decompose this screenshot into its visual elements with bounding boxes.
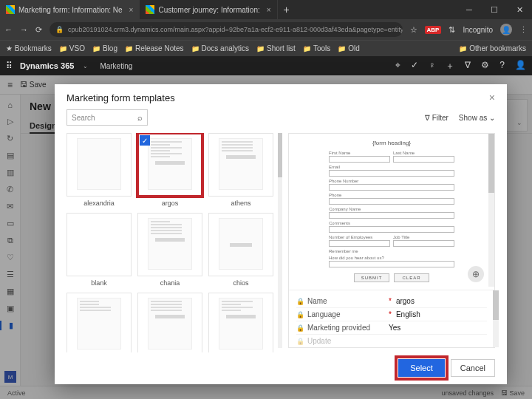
bulb-icon[interactable]: ♀	[429, 60, 435, 72]
bookmark-folder[interactable]: Short list	[256, 44, 296, 52]
bookmarks-label: ★ Bookmarks	[6, 44, 52, 52]
star-icon[interactable]: ☆	[410, 25, 417, 35]
bookmark-folder[interactable]: VSO	[59, 44, 85, 52]
tab-title: Marketing form: Information: Ne	[18, 6, 123, 14]
browser-titlebar: Marketing form: Information: Ne × Custom…	[0, 0, 532, 19]
template-card-selected[interactable]: ✓ argos	[137, 133, 202, 207]
cancel-button[interactable]: Cancel	[451, 359, 495, 377]
search-placeholder: Search	[72, 114, 95, 122]
prop-name-value: argos	[396, 297, 415, 305]
template-preview: {form heading} First Name Last Name Emai…	[288, 133, 495, 348]
select-button[interactable]: Select	[398, 359, 445, 377]
reload-button[interactable]: ⟳	[35, 25, 42, 35]
template-properties: 🔒 Name * argos 🔒 Language * English 🔒 Ma…	[289, 290, 494, 347]
page-body: ≡ 🖫 Save ⌂ ▷ ↻ ▤ ▥ ✆ ✉ ▭ ⧉ ♡ ☰ ▦ ▣ ▮ M N…	[0, 75, 532, 399]
close-icon[interactable]: ×	[129, 6, 134, 14]
menu-icon[interactable]: ⋮	[519, 25, 528, 35]
template-card[interactable]: blank	[66, 213, 132, 287]
favicon-icon	[6, 5, 15, 14]
back-button[interactable]: ←	[4, 25, 13, 35]
close-icon[interactable]: ×	[489, 92, 495, 103]
lock-icon: 🔒	[296, 298, 304, 305]
bookmarks-bar: ★ Bookmarks VSO Blog Release Notes Docs …	[0, 40, 532, 56]
props-scrollbar[interactable]	[493, 290, 499, 347]
help-icon[interactable]: ?	[499, 60, 505, 72]
modal-title: Marketing form templates	[66, 92, 175, 103]
minimize-button[interactable]: ─	[457, 0, 482, 19]
prop-lang-value: English	[396, 310, 420, 318]
zoom-icon[interactable]: ⊕	[468, 266, 484, 282]
preview-clear: CLEAR	[394, 273, 429, 282]
d365-header: ⠿ Dynamics 365 ⌄ Marketing ⌖ ✓ ♀ ＋ ∇ ⚙ ?…	[0, 56, 532, 75]
browser-tab[interactable]: Marketing form: Information: Ne ×	[0, 0, 140, 19]
browser-toolbar: ← → ⟳ 🔒 cpub20191024.crm3.dynamics.com/m…	[0, 19, 532, 40]
gear-icon[interactable]: ⚙	[481, 60, 489, 72]
search-icon: ⌕	[137, 113, 143, 122]
favicon-icon	[146, 5, 154, 14]
prop-mkt-value: Yes	[389, 324, 400, 332]
bookmark-folder[interactable]: Blog	[92, 44, 117, 52]
maximize-button[interactable]: ☐	[482, 0, 507, 19]
show-as-button[interactable]: Show as ⌄	[459, 114, 495, 122]
template-card[interactable]: heraklion	[137, 293, 202, 352]
template-card[interactable]: athens	[208, 133, 273, 207]
checkmark-icon: ✓	[140, 135, 150, 146]
filter-button[interactable]: ∇ Filter	[425, 114, 449, 122]
sync-icon[interactable]: ⇅	[449, 25, 455, 35]
incognito-label: Incognito	[463, 26, 493, 34]
template-card[interactable]: corfu	[66, 293, 132, 352]
bookmark-folder[interactable]: Tools	[303, 44, 330, 52]
template-gallery: alexandria ✓ argos athens	[66, 133, 281, 348]
check-icon[interactable]: ✓	[411, 60, 418, 72]
profile-avatar[interactable]: 👤	[500, 24, 512, 35]
bookmark-folder[interactable]: Release Notes	[125, 44, 184, 52]
other-bookmarks[interactable]: Other bookmarks	[459, 44, 526, 52]
d365-brand[interactable]: Dynamics 365	[20, 61, 74, 70]
preview-heading: {form heading}	[329, 140, 454, 146]
preview-scrollbar[interactable]	[488, 134, 494, 287]
assist-icon[interactable]: ⌖	[395, 60, 400, 72]
app-launcher-icon[interactable]: ⠿	[6, 61, 11, 71]
close-icon[interactable]: ×	[267, 6, 271, 14]
bookmark-folder[interactable]: Docs analytics	[191, 44, 249, 52]
forward-button[interactable]: →	[20, 25, 28, 35]
lock-icon: 🔒	[296, 338, 304, 345]
template-card[interactable]: alexandria	[66, 133, 132, 207]
d365-area[interactable]: Marketing	[100, 62, 132, 70]
user-icon[interactable]: 👤	[515, 60, 526, 72]
url-text: cpub20191024.crm3.dynamics.com/main.aspx…	[68, 26, 403, 33]
abp-badge[interactable]: ABP	[425, 26, 442, 34]
chevron-down-icon[interactable]: ⌄	[83, 63, 88, 69]
template-card[interactable]: kalamata	[208, 293, 273, 352]
template-card[interactable]: chania	[137, 213, 202, 287]
filter-icon[interactable]: ∇	[465, 60, 471, 72]
template-picker-modal: Marketing form templates × Search ⌕ ∇ Fi…	[55, 84, 507, 384]
lock-icon: 🔒	[296, 311, 304, 318]
add-icon[interactable]: ＋	[446, 60, 454, 72]
browser-tab[interactable]: Customer journey: Information: ×	[140, 0, 277, 19]
bookmark-folder[interactable]: Old	[338, 44, 360, 52]
template-card[interactable]: chios	[208, 213, 273, 287]
lock-icon: 🔒	[296, 324, 304, 332]
new-tab-button[interactable]: +	[278, 0, 296, 19]
search-input[interactable]: Search ⌕	[66, 109, 148, 126]
preview-submit: SUBMIT	[354, 273, 389, 282]
gallery-scrollbar[interactable]	[278, 133, 282, 348]
tab-title: Customer journey: Information:	[158, 6, 259, 14]
lock-icon: 🔒	[55, 26, 64, 33]
address-bar[interactable]: 🔒 cpub20191024.crm3.dynamics.com/main.as…	[50, 22, 403, 37]
close-window-button[interactable]: ✕	[507, 0, 532, 19]
